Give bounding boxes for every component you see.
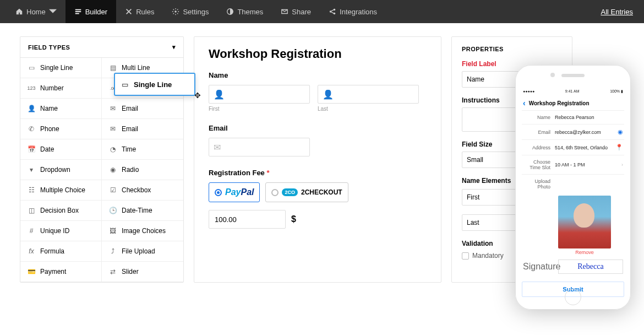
field-regfee-block[interactable]: Registration Fee * PayPal 2CO 2CHECKOUT … — [209, 169, 427, 229]
single-line-icon: ▭ — [27, 63, 36, 72]
nav-share-label: Share — [292, 8, 311, 16]
field-file-upload[interactable]: ⤴File Upload — [102, 241, 183, 262]
remove-photo-link[interactable]: Remove — [558, 250, 611, 255]
svg-point-4 — [334, 13, 336, 15]
phone-title: Workshop Registration — [529, 100, 590, 106]
pay-2checkout[interactable]: 2CO 2CHECKOUT — [265, 182, 348, 202]
envelope-icon: ✉ — [214, 142, 221, 153]
radio-icon: ◉ — [108, 165, 117, 174]
nav-rules-label: Rules — [136, 8, 154, 16]
currency-label: $ — [291, 214, 296, 224]
rules-icon — [125, 8, 133, 15]
status-time: 9:41 AM — [565, 89, 580, 94]
uniqueid-icon: # — [27, 226, 36, 235]
pay-paypal[interactable]: PayPal — [209, 182, 260, 202]
name-label: Name — [209, 71, 427, 79]
regfee-label: Registration Fee * — [209, 169, 427, 177]
number-icon: 123 — [27, 84, 36, 93]
field-email-1[interactable]: ✉Email — [102, 99, 183, 119]
phone-header: ‹ Workshop Registration — [522, 96, 624, 111]
field-dropdown[interactable]: ▾Dropdown — [20, 160, 102, 180]
field-types-title: FIELD TYPES — [28, 44, 70, 51]
signature-input[interactable]: Rebecca — [558, 260, 623, 274]
formula-icon: fx — [27, 247, 36, 256]
phone-name-row[interactable]: NameRebecca Pearson — [522, 111, 624, 125]
home-icon — [15, 8, 23, 15]
svg-point-3 — [334, 9, 336, 11]
multi-line-icon: ▤ — [108, 63, 117, 72]
price-input[interactable]: 100.00 — [209, 210, 286, 229]
settings-icon — [172, 8, 179, 15]
phone-slot-row[interactable]: Choose Time Slot10 AM - 1 PM› — [522, 155, 624, 175]
themes-icon — [226, 8, 234, 15]
phone-status-bar: ●●●●● 9:41 AM 100% ▮ — [522, 88, 624, 96]
nav-integrations[interactable]: Integrations — [320, 0, 386, 23]
nav-settings-label: Settings — [183, 8, 209, 16]
all-entries-link[interactable]: All Entries — [601, 8, 633, 16]
field-email-block[interactable]: Email ✉ — [209, 124, 427, 156]
phone-signature-row: Signature Rebecca — [522, 255, 624, 277]
field-name[interactable]: 👤Name — [20, 99, 102, 119]
contact-icon[interactable]: ◉ — [618, 128, 623, 136]
field-email-2[interactable]: ✉Email — [102, 119, 183, 139]
first-name-input[interactable]: 👤 — [209, 85, 310, 104]
field-image-choices[interactable]: 🖼Image Choices — [102, 221, 183, 241]
nav-builder[interactable]: Builder — [66, 0, 116, 23]
field-radio[interactable]: ◉Radio — [102, 160, 183, 180]
nav-share[interactable]: Share — [272, 0, 320, 23]
nav-home[interactable]: Home — [7, 0, 66, 23]
person-icon: 👤 — [27, 104, 36, 113]
caret-down-icon: ▾ — [172, 44, 176, 51]
chevron-right-icon: › — [621, 162, 623, 168]
field-decision-box[interactable]: ◫Decision Box — [20, 201, 102, 221]
field-single-line[interactable]: ▭Single Line — [20, 58, 102, 78]
email-label: Email — [209, 124, 427, 132]
single-line-icon: ▭ — [121, 80, 129, 89]
field-checkbox[interactable]: ☑Checkbox — [102, 180, 183, 201]
nav-themes[interactable]: Themes — [217, 0, 272, 23]
field-unique-id[interactable]: #Unique ID — [20, 221, 102, 241]
first-sublabel: First — [209, 106, 310, 112]
field-date-time[interactable]: 🕒Date-Time — [102, 201, 183, 221]
clock-icon: ◔ — [108, 145, 117, 154]
datetime-icon: 🕒 — [108, 206, 117, 215]
chevron-down-icon — [49, 8, 57, 15]
field-formula[interactable]: fxFormula — [20, 241, 102, 262]
field-phone[interactable]: ✆Phone — [20, 119, 102, 139]
email-icon: ✉ — [108, 125, 117, 133]
checkbox-icon: ☑ — [108, 186, 117, 194]
phone-email-row[interactable]: Emailrebecca@zylker.com◉ — [522, 125, 624, 140]
field-payment[interactable]: 💳Payment — [20, 262, 102, 282]
back-icon[interactable]: ‹ — [523, 99, 526, 107]
phone-address-row[interactable]: Address514, 6th Street, Orlando📍 — [522, 140, 624, 155]
integrations-icon — [329, 8, 336, 15]
phone-mockup: ●●●●● 9:41 AM 100% ▮ ‹ Workshop Registra… — [515, 65, 631, 310]
field-date[interactable]: 📅Date — [20, 139, 102, 160]
share-icon — [281, 8, 288, 15]
nav-settings[interactable]: Settings — [163, 0, 217, 23]
nav-home-label: Home — [26, 8, 46, 16]
upload-icon: ⤴ — [108, 247, 117, 256]
form-title: Workshop Registration — [209, 47, 427, 61]
field-time[interactable]: ◔Time — [102, 139, 183, 160]
calendar-icon: 📅 — [27, 145, 36, 154]
battery-label: 100% ▮ — [610, 89, 623, 94]
phone-submit-button[interactable]: Submit — [522, 282, 624, 297]
location-icon[interactable]: 📍 — [615, 144, 623, 151]
uploaded-photo[interactable] — [558, 196, 611, 248]
field-types-panel: FIELD TYPES ▾ ▭Single Line ▤Multi Line 1… — [20, 36, 184, 283]
field-number[interactable]: 123Number — [20, 78, 102, 99]
nav-rules[interactable]: Rules — [116, 0, 163, 23]
email-input[interactable]: ✉ — [209, 138, 310, 156]
field-types-header[interactable]: FIELD TYPES ▾ — [20, 37, 183, 58]
drag-chip-single-line[interactable]: ▭ Single Line — [114, 73, 195, 96]
field-slider[interactable]: ⇄Slider — [102, 262, 183, 282]
slider-icon: ⇄ — [108, 267, 117, 276]
field-name-block[interactable]: Name 👤 First 👤 Last — [209, 71, 427, 112]
dropdown-icon: ▾ — [27, 165, 36, 174]
field-multiple-choice[interactable]: ☷Multiple Choice — [20, 180, 102, 201]
2checkout-label: 2CHECKOUT — [301, 188, 342, 196]
last-name-input[interactable]: 👤 — [318, 85, 419, 104]
nav-themes-label: Themes — [237, 8, 263, 16]
decision-icon: ◫ — [27, 206, 36, 215]
